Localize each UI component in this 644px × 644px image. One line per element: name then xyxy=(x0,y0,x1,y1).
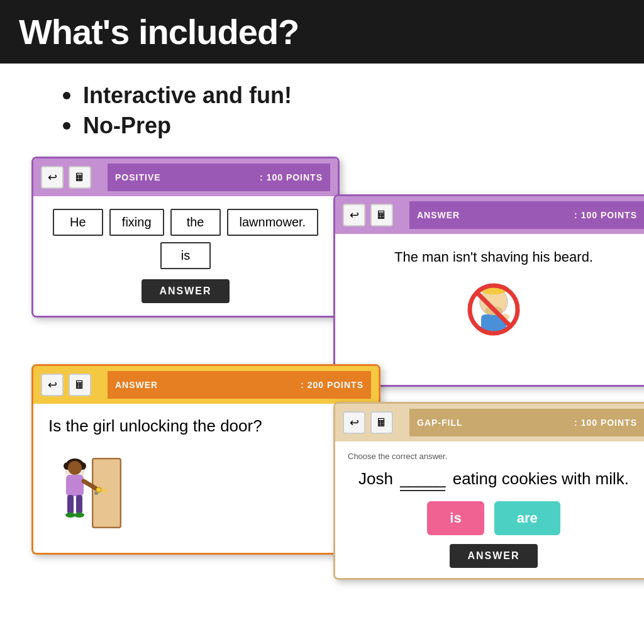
positive-label: POSITIVE xyxy=(115,172,161,182)
gap-blank: _____ xyxy=(400,467,445,491)
card-answer-purple-label-area: ANSWER : 100 POINTS xyxy=(398,201,644,229)
svg-point-19 xyxy=(74,513,84,518)
main-content: Interactive and fun! No-Prep ↩ 🖩 POSITIV… xyxy=(0,64,644,597)
gap-sentence-end: eating cookies with milk. xyxy=(453,469,629,488)
answer-orange-label: ANSWER xyxy=(115,380,158,390)
answer-button-gap[interactable]: ANSWER xyxy=(450,544,537,568)
svg-rect-16 xyxy=(67,495,74,514)
gap-fill-label: GAP-FILL xyxy=(417,418,463,428)
bullet-item-1: Interactive and fun! xyxy=(63,82,619,109)
answer-purple-label: ANSWER xyxy=(417,210,460,220)
svg-point-14 xyxy=(68,461,82,475)
undo-button-3[interactable]: ↩ xyxy=(41,374,64,396)
card-positive-header: ↩ 🖩 POSITIVE : 100 POINTS xyxy=(33,158,338,196)
answer-purple-text: The man isn't shaving his beard. xyxy=(394,249,593,265)
card-answer-orange-body: Is the girl unlocking the door? xyxy=(33,404,379,553)
gap-option-is[interactable]: is xyxy=(427,501,484,535)
card-gap-fill-header: ↩ 🖩 GAP-FILL : 100 POINTS xyxy=(335,404,644,441)
calc-button-4[interactable]: 🖩 xyxy=(370,411,393,434)
card-positive-label-area: POSITIVE : 100 POINTS xyxy=(96,164,330,191)
svg-rect-23 xyxy=(105,489,106,492)
card-answer-orange-header: ↩ 🖩 ANSWER : 200 POINTS xyxy=(33,366,379,404)
undo-button-4[interactable]: ↩ xyxy=(343,411,365,434)
word-tiles: He fixing the lawnmower. is xyxy=(46,209,325,269)
calc-button-1[interactable]: 🖩 xyxy=(69,166,91,189)
positive-label-box: POSITIVE : 100 POINTS xyxy=(108,164,330,191)
calc-button-3[interactable]: 🖩 xyxy=(69,374,91,396)
answer-button-positive[interactable]: ANSWER xyxy=(142,279,229,303)
word-tile-the[interactable]: the xyxy=(170,209,221,236)
arrow-answer-orange xyxy=(96,371,108,399)
word-tile-lawnmower[interactable]: lawnmower. xyxy=(227,209,319,236)
svg-point-18 xyxy=(65,513,75,518)
card-answer-purple-header: ↩ 🖩 ANSWER : 100 POINTS xyxy=(335,196,644,234)
card-answer-orange-label-area: ANSWER : 200 POINTS xyxy=(96,371,371,399)
answer-orange-label-box: ANSWER : 200 POINTS xyxy=(108,371,371,399)
undo-button-2[interactable]: ↩ xyxy=(343,204,365,226)
word-tile-fixing[interactable]: fixing xyxy=(109,209,164,236)
bullets-list: Interactive and fun! No-Prep xyxy=(63,82,619,139)
card-gap-fill-label-area: GAP-FILL : 100 POINTS xyxy=(398,409,644,436)
card-answer-orange: ↩ 🖩 ANSWER : 200 POINTS Is the girl unlo… xyxy=(31,364,380,555)
svg-rect-22 xyxy=(101,489,108,491)
calc-button-2[interactable]: 🖩 xyxy=(370,204,393,226)
svg-point-21 xyxy=(96,487,101,492)
card-answer-purple-body: The man isn't shaving his beard. xyxy=(335,234,644,385)
gap-fill-label-box: GAP-FILL : 100 POINTS xyxy=(409,409,644,436)
gap-instruction: Choose the correct answer. xyxy=(348,452,640,461)
gap-options: is are xyxy=(348,501,640,535)
card-positive: ↩ 🖩 POSITIVE : 100 POINTS He fixing xyxy=(31,157,340,318)
gap-sentence: Josh _____ eating cookies with milk. xyxy=(348,467,640,491)
page-title: What's included? xyxy=(19,11,299,52)
arrow-gap-fill xyxy=(398,409,409,436)
bullet-dot-1 xyxy=(63,92,70,99)
gap-option-are[interactable]: are xyxy=(494,501,560,535)
card-gap-fill: ↩ 🖩 GAP-FILL : 100 POINTS Choose the cor… xyxy=(333,402,644,580)
arrow-positive xyxy=(96,164,108,191)
cards-area: ↩ 🖩 POSITIVE : 100 POINTS He fixing xyxy=(25,157,619,584)
answer-purple-points: : 100 POINTS xyxy=(574,210,637,220)
answer-purple-label-box: ANSWER : 100 POINTS xyxy=(409,201,644,229)
arrow-answer-purple xyxy=(398,201,409,229)
gap-fill-points: : 100 POINTS xyxy=(574,418,637,428)
gap-sentence-start: Josh xyxy=(358,469,393,488)
girl-door-icon xyxy=(48,446,124,540)
orange-question-text: Is the girl unlocking the door? xyxy=(48,416,262,436)
undo-button-1[interactable]: ↩ xyxy=(41,166,64,189)
svg-rect-15 xyxy=(66,475,84,496)
bullet-dot-2 xyxy=(63,122,70,130)
page-header: What's included? xyxy=(0,0,644,64)
card-answer-purple: ↩ 🖩 ANSWER : 100 POINTS The man isn't sh… xyxy=(333,194,644,387)
card-gap-fill-body: Choose the correct answer. Josh _____ ea… xyxy=(335,441,644,578)
card-positive-body: He fixing the lawnmower. is ANSWER xyxy=(33,196,338,316)
word-tile-is[interactable]: is xyxy=(160,242,211,269)
answer-orange-points: : 200 POINTS xyxy=(301,380,364,390)
word-tile-he[interactable]: He xyxy=(53,209,103,236)
no-shaving-icon xyxy=(459,278,528,347)
bullet-item-2: No-Prep xyxy=(63,113,619,139)
positive-points: : 100 POINTS xyxy=(260,172,323,182)
svg-rect-17 xyxy=(76,495,82,514)
